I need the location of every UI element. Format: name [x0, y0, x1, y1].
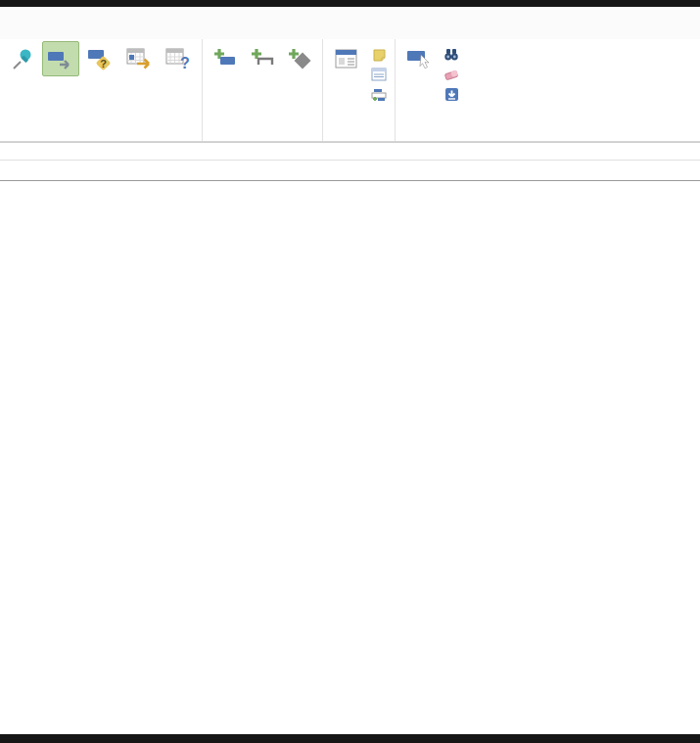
- editing-group-label: [399, 138, 466, 141]
- svg-text:?: ?: [180, 55, 190, 71]
- timescale-weeks-row: [0, 160, 700, 181]
- window-bottom-edge: [0, 734, 700, 743]
- mode-button[interactable]: ?: [160, 41, 197, 85]
- inspect-icon: ?: [86, 45, 114, 74]
- summary-icon: [250, 45, 275, 74]
- auto-schedule-button[interactable]: [42, 41, 79, 76]
- clear-icon: [443, 67, 460, 82]
- pushpin-icon: [10, 45, 35, 74]
- timescale-header[interactable]: [0, 142, 700, 181]
- title-bar[interactable]: [0, 7, 700, 39]
- notes-button[interactable]: [370, 45, 391, 65]
- insert-group-label: [207, 138, 318, 141]
- project-window: ? ?: [0, 0, 700, 743]
- notes-icon: [370, 47, 388, 63]
- ribbon-group-properties: [323, 39, 396, 141]
- auto-schedule-icon: [47, 45, 74, 74]
- move-button[interactable]: [120, 41, 158, 85]
- scroll-to-task-button[interactable]: [400, 41, 438, 76]
- ribbon-group-tasks: ? ?: [0, 39, 203, 141]
- move-icon: [125, 45, 153, 74]
- tasks-group-label: [4, 138, 198, 141]
- properties-group-label: [327, 138, 391, 141]
- window-top-edge: [0, 0, 700, 7]
- mode-icon: ?: [164, 45, 192, 74]
- insert-milestone-button[interactable]: [282, 41, 317, 76]
- timescale-months-row: [0, 143, 700, 161]
- details-button[interactable]: [370, 65, 391, 84]
- details-icon: [370, 67, 388, 82]
- clear-button[interactable]: [443, 65, 466, 84]
- task-icon: [212, 45, 238, 74]
- insert-summary-button[interactable]: [245, 41, 280, 76]
- information-icon: [333, 45, 360, 74]
- scroll-to-task-icon: [405, 45, 433, 74]
- milestone-icon: [287, 45, 312, 74]
- fill-button[interactable]: [443, 84, 466, 104]
- insert-task-button[interactable]: [208, 41, 243, 85]
- find-button[interactable]: [443, 45, 466, 65]
- ribbon-group-editing: [396, 39, 470, 141]
- svg-text:?: ?: [100, 58, 107, 70]
- find-icon: [443, 47, 460, 63]
- ribbon-group-insert: [203, 39, 323, 141]
- inspect-button[interactable]: ?: [81, 41, 118, 85]
- add-to-timeline-button[interactable]: [370, 84, 391, 104]
- fill-icon: [443, 86, 460, 102]
- add-to-timeline-icon: [370, 86, 388, 102]
- manually-schedule-button[interactable]: [5, 41, 40, 76]
- information-button[interactable]: [328, 41, 365, 76]
- ribbon: ? ?: [0, 39, 700, 142]
